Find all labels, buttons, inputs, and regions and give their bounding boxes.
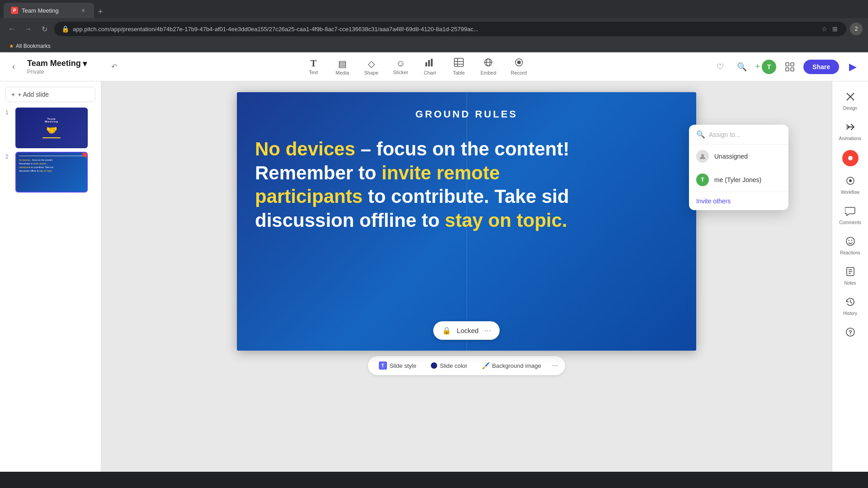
more-options-icon[interactable]: ···: [484, 326, 491, 335]
unassigned-label: Unassigned: [714, 153, 748, 160]
toolbar-chart[interactable]: Chart: [417, 55, 443, 78]
slide-style-button[interactable]: T Slide style: [375, 360, 420, 371]
sticker-icon: ☺: [396, 58, 405, 69]
bookmarks-bar: ★ All Bookmarks: [0, 40, 868, 52]
invite-others-button[interactable]: Invite others: [689, 192, 788, 210]
color-dot-icon: [431, 362, 437, 369]
record-dot-button[interactable]: [841, 149, 859, 167]
unassigned-item[interactable]: Unassigned: [689, 145, 788, 168]
address-text: app.pitch.com/app/presentation/4b74b27e-…: [73, 26, 816, 33]
slide-bottom-bar: T Slide style Slide color 🖌️ Background …: [368, 356, 566, 375]
design-label: Design: [843, 106, 857, 111]
add-slide-button[interactable]: + + Add slide: [5, 87, 95, 102]
reactions-panel-button[interactable]: Reactions: [834, 231, 867, 260]
active-tab[interactable]: P Team Meeting ×: [4, 3, 94, 18]
svg-rect-15: [791, 68, 794, 71]
plus-icon: +: [11, 91, 15, 98]
address-bar-row: ← → ↻ 🔒 app.pitch.com/app/presentation/4…: [0, 18, 868, 40]
unassigned-avatar: [696, 150, 709, 163]
toolbar-record[interactable]: Record: [505, 55, 532, 78]
search-icon: 🔍: [696, 130, 705, 139]
add-icon[interactable]: +: [755, 62, 760, 71]
slide-style-icon: T: [379, 361, 387, 370]
toolbar-shape[interactable]: ◇ Shape: [359, 56, 384, 78]
locked-label: Locked: [457, 327, 478, 334]
reload-button[interactable]: ↻: [38, 23, 51, 35]
new-tab-button[interactable]: +: [94, 5, 107, 18]
assign-dropdown: 🔍 Unassigned T me (Tyler Jones) Invite o…: [689, 125, 788, 210]
svg-point-23: [848, 240, 849, 241]
comments-icon: [845, 206, 856, 219]
user-item[interactable]: T me (Tyler Jones): [689, 168, 788, 192]
animations-panel-button[interactable]: Animations: [834, 117, 867, 145]
svg-rect-2: [431, 59, 433, 66]
record-icon: [514, 58, 524, 69]
close-tab-button[interactable]: ×: [80, 7, 87, 14]
slide-number-2: 2: [5, 152, 12, 160]
undo-button[interactable]: ↶: [107, 60, 121, 74]
canvas-area[interactable]: GROUND RULES No devices – focus on the c…: [101, 81, 832, 472]
grid-view-button[interactable]: [782, 59, 798, 75]
history-icon: [845, 296, 856, 310]
svg-point-21: [849, 179, 852, 182]
toolbar-table[interactable]: Table: [446, 55, 472, 78]
history-panel-button[interactable]: History: [834, 292, 867, 320]
app-subtitle: Private: [27, 69, 99, 75]
notifications-button[interactable]: ♡: [712, 59, 728, 75]
comments-panel-button[interactable]: Comments: [834, 201, 867, 230]
help-button[interactable]: ?: [834, 322, 867, 345]
workflow-icon: [845, 175, 856, 189]
notes-panel-button[interactable]: Notes: [834, 262, 867, 290]
background-image-icon: 🖌️: [482, 362, 490, 369]
slide-thumbnail-2[interactable]: No devices - focus on the content Rememb…: [15, 152, 88, 192]
record-dot-icon: [842, 150, 859, 166]
slide-canvas: GROUND RULES No devices – focus on the c…: [237, 92, 696, 351]
design-panel-button[interactable]: Design: [834, 87, 867, 115]
lock-icon: 🔒: [442, 326, 451, 335]
svg-point-22: [846, 237, 854, 245]
toolbar-text[interactable]: T Text: [301, 56, 326, 78]
toolbar-media[interactable]: ▤ Media: [330, 56, 355, 78]
toolbar-embed[interactable]: Embed: [475, 55, 502, 78]
back-button[interactable]: ←: [5, 23, 18, 35]
slide-thumbnail-1[interactable]: TeamMeeting 🤝: [15, 108, 88, 148]
svg-point-11: [517, 61, 521, 64]
tab-favicon: P: [11, 7, 18, 14]
slide-color-label: Slide color: [440, 362, 467, 369]
assign-search-area: 🔍: [689, 125, 788, 145]
address-bar[interactable]: 🔒 app.pitch.com/app/presentation/4b74b27…: [54, 22, 846, 36]
animations-label: Animations: [839, 136, 861, 141]
add-collaborator-area: + T: [755, 60, 777, 74]
app-topbar: ‹ Team Meeting ▾ Private ↶ T Text ▤ Medi…: [0, 52, 868, 81]
toolbar-sticker[interactable]: ☺ Sticker: [387, 56, 414, 78]
background-image-label: Background image: [492, 362, 541, 369]
background-image-button[interactable]: 🖌️ Background image: [478, 360, 545, 371]
all-bookmarks-item[interactable]: ★ All Bookmarks: [5, 42, 54, 50]
slide-color-button[interactable]: Slide color: [427, 361, 471, 371]
slide-line-2: Remember to invite remote: [255, 161, 678, 185]
search-button[interactable]: 🔍: [734, 59, 750, 75]
app-container: ‹ Team Meeting ▾ Private ↶ T Text ▤ Medi…: [0, 52, 868, 472]
svg-rect-0: [425, 62, 427, 66]
reactions-label: Reactions: [840, 250, 860, 255]
tab-title: Team Meeting: [22, 7, 59, 14]
more-options-button[interactable]: ···: [552, 361, 558, 370]
extension-icon[interactable]: ⊞: [831, 25, 839, 33]
play-button[interactable]: ▶: [844, 59, 861, 75]
reactions-icon: [845, 236, 856, 249]
workflow-panel-button[interactable]: Workflow: [834, 171, 867, 199]
assign-search-input[interactable]: [709, 131, 788, 138]
list-item: 2 No devices - focus on the content Reme…: [5, 152, 95, 192]
white-text-2: Remember to: [255, 162, 382, 183]
forward-button[interactable]: →: [22, 23, 34, 35]
slide-title: GROUND RULES: [415, 108, 518, 120]
slide-line-1: No devices – focus on the content!: [255, 137, 678, 161]
share-button[interactable]: Share: [803, 60, 839, 74]
sidebar-toggle-button[interactable]: ‹: [7, 61, 20, 73]
slide-line-4: discussion offline to stay on topic.: [255, 209, 678, 233]
bookmark-icon[interactable]: ☆: [820, 25, 828, 33]
slide-line-3: participants to contribute. Take sid: [255, 185, 678, 209]
locked-bar[interactable]: 🔒 Locked ···: [433, 321, 500, 340]
yellow-text-3: participants: [255, 186, 363, 207]
app-title[interactable]: Team Meeting ▾: [27, 59, 99, 69]
